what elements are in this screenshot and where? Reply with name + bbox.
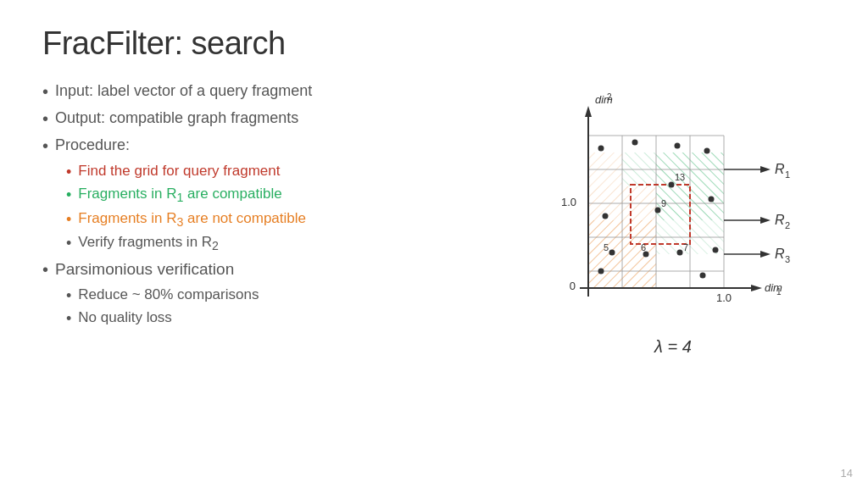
sub-r3-text: Fragments in R3 are not compatible — [78, 209, 306, 231]
left-column: • Input: label vector of a query fragmen… — [42, 80, 504, 357]
bullet-output: • Output: compatible graph fragments — [42, 108, 504, 130]
svg-point-44 — [632, 140, 638, 146]
svg-text:7: 7 — [683, 242, 688, 252]
svg-marker-35 — [760, 217, 771, 224]
sub-dot: • — [66, 209, 71, 230]
lambda-label: λ = 4 — [654, 337, 692, 357]
svg-point-57 — [603, 214, 609, 219]
sub-r3-not-compatible: • Fragments in R3 are not compatible — [66, 209, 504, 231]
bullet-output-text: Output: compatible graph fragments — [55, 108, 298, 128]
sub-reduce: • Reduce ~ 80% comparisons — [66, 286, 504, 306]
svg-point-61 — [700, 273, 706, 279]
bullet-input-text: Input: label vector of a query fragment — [55, 80, 312, 101]
right-column: 0 1.0 1.0 dim 1 dim 2 R 1 R — [520, 80, 826, 357]
svg-marker-20 — [585, 106, 592, 117]
svg-point-59 — [713, 247, 719, 253]
sub-verify-text: Verify fragments in R2 — [78, 233, 219, 255]
sub-dot: • — [66, 233, 71, 253]
sub-no-quality-loss: • No quality loss — [66, 308, 504, 329]
sub-no-quality-text: No quality loss — [78, 308, 172, 328]
bullet-input: • Input: label vector of a query fragmen… — [42, 80, 504, 103]
svg-text:6: 6 — [641, 242, 646, 252]
svg-text:2: 2 — [785, 220, 790, 230]
page-number: 14 — [841, 467, 853, 480]
svg-text:1: 1 — [785, 169, 790, 180]
svg-point-58 — [709, 197, 715, 202]
bullet-dot: • — [42, 135, 48, 157]
sub-verify-r2: • Verify fragments in R2 — [66, 233, 504, 255]
svg-text:R: R — [775, 213, 785, 227]
svg-point-55 — [677, 250, 683, 256]
svg-text:9: 9 — [661, 198, 666, 208]
sub-r1-text: Fragments in R1 are compatible — [78, 185, 281, 207]
sub-find-grid: • Find the grid for query fragment — [66, 162, 504, 182]
bullet-procedure-text: Procedure: — [55, 135, 130, 155]
sub-dot: • — [66, 308, 71, 329]
bullet-parsimonious: • Parsimonious verification — [42, 258, 504, 280]
svg-text:13: 13 — [675, 172, 685, 182]
svg-point-49 — [655, 208, 661, 214]
svg-text:1.0: 1.0 — [716, 291, 732, 304]
sub-dot: • — [66, 162, 71, 182]
svg-text:R: R — [775, 247, 785, 261]
svg-point-46 — [704, 148, 710, 154]
svg-text:3: 3 — [785, 254, 790, 264]
bullet-parsimonious-text: Parsimonious verification — [55, 258, 234, 280]
sub-dot: • — [66, 185, 71, 205]
diagram-svg: 0 1.0 1.0 dim 1 dim 2 R 1 R — [537, 85, 809, 330]
svg-point-47 — [669, 182, 675, 188]
sub-reduce-text: Reduce ~ 80% comparisons — [78, 286, 259, 305]
bullet-dot: • — [42, 108, 48, 130]
procedure-subs: • Find the grid for query fragment • Fra… — [66, 162, 504, 255]
slide: FracFilter: search • Input: label vector… — [0, 0, 868, 488]
content-area: • Input: label vector of a query fragmen… — [42, 80, 826, 357]
lambda-text: λ = 4 — [654, 337, 692, 356]
svg-text:5: 5 — [604, 242, 609, 252]
slide-title: FracFilter: search — [42, 25, 826, 62]
svg-point-45 — [675, 143, 681, 149]
svg-marker-31 — [760, 166, 771, 173]
bullet-dot: • — [42, 258, 48, 280]
sub-r1-compatible: • Fragments in R1 are compatible — [66, 185, 504, 207]
svg-text:0: 0 — [570, 280, 576, 292]
svg-point-43 — [598, 146, 604, 152]
parsimonious-subs: • Reduce ~ 80% comparisons • No quality … — [66, 286, 504, 330]
svg-text:R: R — [775, 162, 785, 176]
svg-text:1.0: 1.0 — [561, 196, 576, 208]
svg-marker-22 — [751, 285, 762, 291]
svg-text:2: 2 — [607, 92, 612, 102]
svg-point-51 — [609, 250, 615, 256]
grid-diagram: 0 1.0 1.0 dim 1 dim 2 R 1 R — [537, 85, 809, 330]
svg-marker-39 — [760, 251, 771, 258]
sub-find-grid-text: Find the grid for query fragment — [78, 162, 280, 181]
bullet-dot: • — [42, 80, 48, 103]
bullet-procedure: • Procedure: — [42, 135, 504, 157]
svg-text:1: 1 — [776, 287, 782, 297]
sub-dot: • — [66, 286, 71, 306]
svg-point-60 — [598, 269, 604, 274]
